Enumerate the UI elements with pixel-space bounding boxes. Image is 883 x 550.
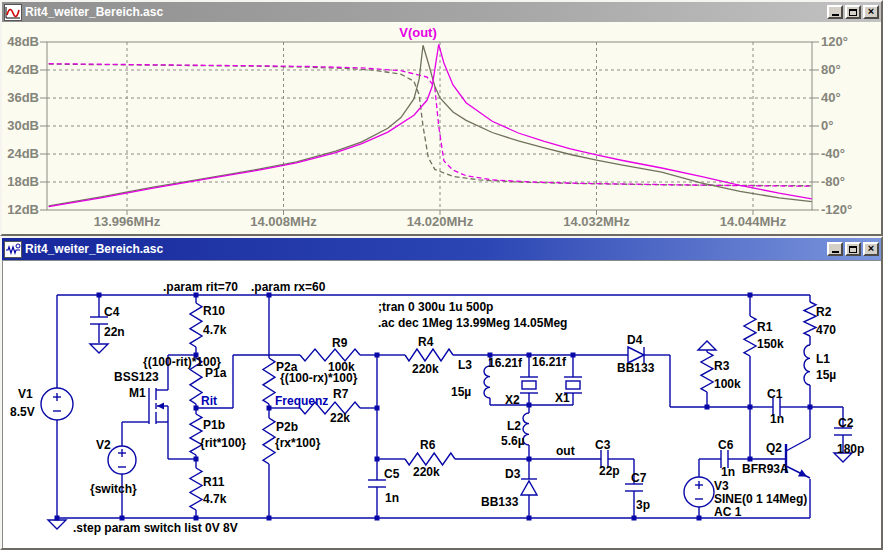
label-p1a[interactable]: P1a	[205, 366, 227, 380]
label-r1[interactable]: R1	[757, 320, 773, 334]
component-R11[interactable]	[190, 468, 202, 510]
label-c6[interactable]: C6	[718, 438, 734, 452]
component-V2[interactable]	[108, 446, 136, 474]
label-150k[interactable]: 150k	[757, 337, 784, 351]
label-4-7k[interactable]: 4.7k	[203, 323, 227, 337]
label-1n[interactable]: 1n	[385, 491, 399, 505]
directive-param-rx[interactable]: .param rx=60	[251, 280, 326, 294]
component-D3[interactable]	[521, 479, 537, 495]
label-v1[interactable]: V1	[18, 387, 33, 401]
label-r4[interactable]: R4	[418, 335, 434, 349]
component-R2[interactable]	[804, 302, 816, 336]
component-GND-R3[interactable]	[698, 341, 716, 350]
component-R10[interactable]	[190, 303, 202, 347]
component-R3[interactable]	[701, 352, 713, 392]
minimize-button[interactable]	[827, 242, 843, 256]
label-sine-0-1-14meg-[interactable]: SINE(0 1 14Meg)	[714, 492, 807, 506]
component-R1[interactable]	[744, 316, 756, 356]
label-bfr93a[interactable]: BFR93A	[742, 462, 789, 476]
label-1n[interactable]: 1n	[770, 412, 784, 426]
label-l2[interactable]: L2	[507, 419, 521, 433]
label-220k[interactable]: 220k	[413, 465, 440, 479]
net-label-frequenz[interactable]: Frequenz	[275, 394, 328, 408]
component-C5[interactable]	[368, 480, 386, 487]
label-470[interactable]: 470	[816, 323, 836, 337]
label-x2[interactable]: X2	[505, 393, 520, 407]
plot-titlebar[interactable]: Rit4_weiter_Bereich.asc ×	[2, 2, 881, 22]
label-3p[interactable]: 3p	[636, 498, 650, 512]
label-c4[interactable]: C4	[104, 305, 120, 319]
net-label-out[interactable]: out	[556, 444, 575, 458]
label-16-21f[interactable]: 16.21f	[488, 356, 523, 370]
component-V1[interactable]	[41, 388, 73, 420]
component-L3[interactable]	[484, 366, 490, 398]
waveform-plot-canvas[interactable]: 48dB42dB36dB30dB24dB18dB12dB120°80°40°0°…	[2, 22, 881, 234]
label-bb133[interactable]: BB133	[481, 495, 519, 509]
label-bss123[interactable]: BSS123	[114, 370, 159, 384]
directive-ac[interactable]: .ac dec 1Meg 13.99Meg 14.05Meg	[378, 316, 567, 330]
net-label-rit[interactable]: Rit	[201, 394, 217, 408]
label--rit-100-[interactable]: {rit*100}	[200, 436, 246, 450]
label-c1[interactable]: C1	[767, 387, 783, 401]
label-100k[interactable]: 100k	[328, 360, 355, 374]
label-100k[interactable]: 100k	[714, 377, 741, 391]
label-r10[interactable]: R10	[203, 304, 225, 318]
schematic-canvas[interactable]: .param rit=70.param rx=60;tran 0 300u 1u…	[2, 260, 881, 548]
component-P2a[interactable]	[263, 358, 275, 404]
label-16-21f[interactable]: 16.21f	[532, 355, 567, 369]
close-button[interactable]: ×	[863, 5, 879, 19]
label-15-[interactable]: 15µ	[451, 385, 471, 399]
minimize-button[interactable]	[827, 5, 843, 19]
label-180p[interactable]: 180p	[837, 442, 864, 456]
label-x1[interactable]: X1	[555, 391, 570, 405]
label-c3[interactable]: C3	[595, 438, 611, 452]
component-Q2[interactable]	[786, 438, 810, 478]
component-GND-V1[interactable]	[48, 520, 66, 529]
label-22n[interactable]: 22n	[104, 325, 125, 339]
label-r2[interactable]: R2	[816, 305, 832, 319]
schematic-icon[interactable]	[4, 241, 22, 258]
directive-step[interactable]: .step param switch list 0V 8V	[73, 521, 238, 535]
component-X2[interactable]	[520, 377, 538, 393]
label-22p[interactable]: 22p	[599, 464, 620, 478]
label-c5[interactable]: C5	[384, 467, 400, 481]
label-m1[interactable]: M1	[129, 386, 146, 400]
label-ac-1[interactable]: AC 1	[714, 505, 742, 519]
label-v3[interactable]: V3	[714, 479, 729, 493]
label-l3[interactable]: L3	[458, 358, 472, 372]
component-R6[interactable]	[405, 453, 455, 465]
component-M1[interactable]	[149, 388, 168, 424]
label-8-5v[interactable]: 8.5V	[10, 405, 35, 419]
label-p1b[interactable]: P1b	[203, 418, 225, 432]
component-P2b[interactable]	[263, 418, 275, 464]
label-r6[interactable]: R6	[420, 438, 436, 452]
label-q2[interactable]: Q2	[766, 441, 782, 455]
label--switch-[interactable]: {switch}	[90, 482, 137, 496]
label-r3[interactable]: R3	[714, 359, 730, 373]
label-4-7k[interactable]: 4.7k	[203, 492, 227, 506]
label--rx-100-[interactable]: {rx*100}	[275, 436, 321, 450]
label-l1[interactable]: L1	[816, 352, 830, 366]
maximize-button[interactable]	[845, 5, 861, 19]
label-bb133[interactable]: BB133	[617, 361, 655, 375]
schematic-titlebar[interactable]: Rit4_weiter_Bereich.asc ×	[2, 238, 881, 260]
waveform-icon[interactable]	[4, 4, 22, 21]
component-V3[interactable]	[684, 477, 714, 507]
maximize-button[interactable]	[845, 242, 861, 256]
component-GND-C4[interactable]	[90, 344, 108, 353]
label-d3[interactable]: D3	[505, 467, 521, 481]
directive-tran[interactable]: ;tran 0 300u 1u 500p	[378, 300, 493, 314]
label-220k[interactable]: 220k	[412, 362, 439, 376]
label-r9[interactable]: R9	[332, 336, 348, 350]
component-R4[interactable]	[405, 349, 453, 361]
directive-param-rit[interactable]: .param rit=70	[163, 280, 238, 294]
label-r11[interactable]: R11	[203, 475, 225, 489]
label-15-[interactable]: 15µ	[816, 368, 836, 382]
label-r7[interactable]: R7	[333, 387, 349, 401]
label-c2[interactable]: C2	[838, 416, 854, 430]
component-L1[interactable]	[804, 345, 810, 385]
label-v2[interactable]: V2	[96, 438, 111, 452]
label-1n[interactable]: 1n	[721, 465, 735, 479]
label-22k[interactable]: 22k	[330, 411, 350, 425]
label-c7[interactable]: C7	[631, 471, 647, 485]
